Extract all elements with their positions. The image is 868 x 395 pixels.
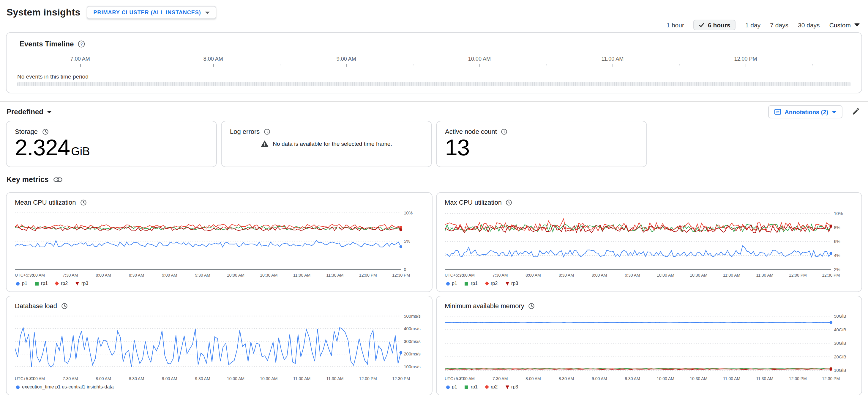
- chart-plot-area[interactable]: 10%5%0: [15, 208, 423, 273]
- x-axis-label: 7:30 AM: [493, 376, 508, 381]
- events-timeline-card: Events Timeline ? 7:00 AM8:00 AM9:00 AM1…: [6, 32, 862, 93]
- cluster-selector-label: PRIMARY CLUSTER (ALL INSTANCES): [93, 9, 201, 16]
- time-range-options: 1 hour6 hours1 day7 days30 days: [666, 20, 819, 30]
- legend-label: rp2: [491, 281, 498, 286]
- x-axis-label: 10:00 AM: [227, 376, 245, 381]
- legend-circle-marker: [446, 282, 450, 285]
- legend-label: rp3: [82, 281, 88, 286]
- legend-item[interactable]: rp3: [505, 384, 518, 390]
- annotations-label: Annotations (2): [784, 109, 828, 115]
- series-endpoint-dot: [829, 252, 832, 255]
- page-title: System insights: [6, 7, 80, 18]
- clock-icon: [42, 128, 49, 135]
- chart-x-axis: UTC+5:307:00 AM7:30 AM8:00 AM8:30 AM9:00…: [445, 376, 853, 382]
- chart-plot-svg: 10%8%6%4%2%: [445, 208, 853, 273]
- legend-label: rp1: [41, 281, 48, 286]
- x-axis-label: 7:00 AM: [30, 376, 45, 381]
- dashboard-controls: Predefined Annotations (2): [0, 105, 868, 119]
- legend-label: p1: [452, 281, 457, 286]
- chart-legend: p1rp1rp2rp3: [445, 281, 853, 286]
- legend-item[interactable]: rp3: [75, 281, 88, 286]
- chevron-down-icon: [854, 23, 860, 27]
- legend-triangle-down-marker: [505, 282, 509, 285]
- x-axis-label: 11:00 AM: [293, 376, 310, 381]
- legend-item[interactable]: execution_time p1 us-central1 insights-d…: [16, 384, 114, 390]
- x-axis-label: 9:00 AM: [162, 376, 177, 381]
- time-range-option-7-days[interactable]: 7 days: [770, 21, 788, 29]
- legend-square-marker: [465, 385, 468, 389]
- time-range-option-label: 1 day: [745, 21, 761, 29]
- y-axis-label: 2%: [834, 267, 840, 272]
- x-axis-label: 8:00 AM: [96, 273, 111, 277]
- events-empty-message: No events in this time period: [17, 73, 862, 80]
- time-range-option-label: 6 hours: [708, 21, 731, 29]
- time-range-option-label: 7 days: [770, 21, 788, 29]
- no-data-message: No data is available for the selected ti…: [273, 140, 392, 147]
- summary-cards-row: Storage 2.324 GiB Log errors No data is …: [6, 121, 862, 167]
- x-axis-label: 12:00 PM: [359, 376, 377, 381]
- series-line: [445, 246, 831, 257]
- section-divider: [0, 101, 868, 102]
- legend-item[interactable]: p1: [446, 281, 457, 286]
- legend-item[interactable]: rp2: [56, 281, 68, 286]
- legend-item[interactable]: rp3: [505, 281, 518, 286]
- storage-card-title: Storage: [15, 128, 38, 135]
- series-line: [445, 322, 831, 322]
- legend-label: p1: [22, 281, 27, 286]
- x-axis-label: 11:30 AM: [326, 376, 343, 381]
- legend-item[interactable]: rp1: [35, 281, 48, 286]
- link-icon[interactable]: [54, 177, 62, 182]
- y-axis-label: 100ms/s: [404, 364, 420, 369]
- y-axis-label: 50GiB: [834, 313, 846, 318]
- cluster-selector-dropdown[interactable]: PRIMARY CLUSTER (ALL INSTANCES): [87, 6, 216, 19]
- chart-plot-svg: 500ms/s400ms/s300ms/s200ms/s100ms/s: [15, 312, 423, 376]
- time-range-option-6-hours[interactable]: 6 hours: [694, 20, 736, 30]
- x-axis-label: 9:30 AM: [195, 376, 210, 381]
- legend-item[interactable]: p1: [16, 281, 27, 286]
- chevron-down-icon: [832, 110, 837, 113]
- x-axis-label: 11:30 AM: [756, 376, 773, 381]
- x-axis-label: 7:00 AM: [30, 273, 45, 277]
- chart-plot-area[interactable]: 10%8%6%4%2%: [445, 208, 853, 273]
- x-axis-label: 10:30 AM: [690, 376, 707, 381]
- x-axis-label: 12:30 PM: [822, 273, 840, 277]
- active-node-count-value: 13: [445, 136, 470, 160]
- x-axis-label: 7:30 AM: [493, 273, 508, 277]
- clock-icon: [506, 199, 513, 205]
- legend-item[interactable]: rp2: [486, 384, 498, 390]
- x-axis-label: 8:30 AM: [559, 376, 574, 381]
- series-line: [15, 328, 401, 367]
- events-time-axis: 7:00 AM8:00 AM9:00 AM10:00 AM11:00 AM12:…: [20, 56, 848, 62]
- legend-item[interactable]: rp2: [486, 281, 498, 286]
- help-icon[interactable]: ?: [78, 40, 85, 48]
- legend-square-marker: [465, 282, 468, 285]
- x-axis-label: 8:00 AM: [526, 376, 540, 381]
- legend-item[interactable]: p1: [446, 384, 457, 390]
- annotations-dropdown[interactable]: Annotations (2): [768, 105, 842, 118]
- x-axis-label: 10:30 AM: [260, 273, 277, 277]
- events-time-axis-ticks: [20, 64, 848, 67]
- legend-label: p1: [452, 384, 457, 390]
- x-axis-label: 8:30 AM: [129, 273, 144, 277]
- y-axis-label: 20GiB: [834, 354, 846, 359]
- x-axis-label: 10:30 AM: [260, 376, 277, 381]
- chart-plot-area[interactable]: 500ms/s400ms/s300ms/s200ms/s100ms/s: [15, 312, 423, 376]
- x-axis-label: 10:30 AM: [690, 273, 707, 277]
- time-range-option-1-day[interactable]: 1 day: [745, 21, 761, 29]
- log-errors-card-title: Log errors: [230, 128, 260, 135]
- charts-grid: Mean CPU utilization10%5%0UTC+5:307:00 A…: [6, 192, 862, 395]
- legend-item[interactable]: rp1: [465, 384, 478, 390]
- time-range-custom-button[interactable]: Custom: [829, 21, 860, 29]
- predefined-dropdown[interactable]: Predefined: [6, 108, 52, 116]
- clock-icon: [501, 128, 508, 135]
- clock-icon: [61, 303, 68, 309]
- chart-title: Mean CPU utilization: [15, 199, 76, 206]
- y-axis-label: 10GiB: [834, 368, 846, 373]
- legend-item[interactable]: rp1: [465, 281, 478, 286]
- series-line: [445, 225, 831, 233]
- time-range-option-30-days[interactable]: 30 days: [798, 21, 820, 29]
- chart-plot-area[interactable]: 50GiB40GiB30GiB20GiB10GiB: [445, 312, 853, 376]
- x-axis-label: 9:00 AM: [592, 273, 607, 277]
- time-range-option-1-hour[interactable]: 1 hour: [666, 21, 684, 29]
- edit-dashboard-button[interactable]: [851, 108, 860, 116]
